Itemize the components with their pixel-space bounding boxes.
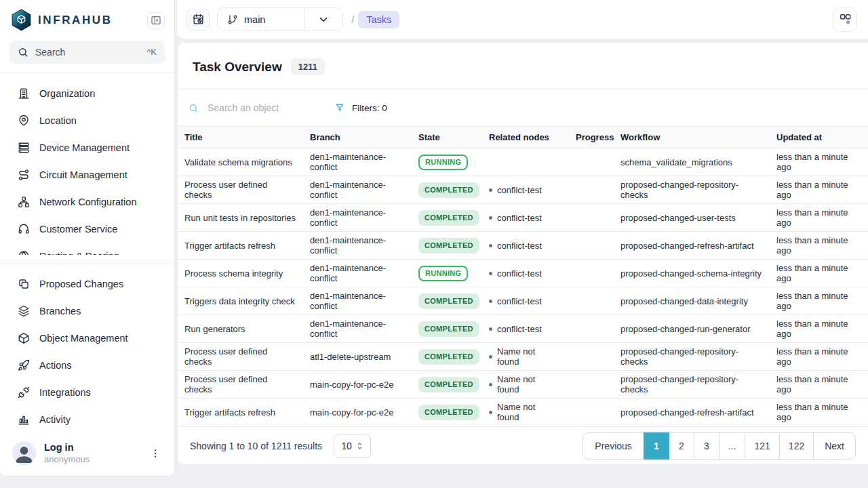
result-count-badge: 1211 [291, 58, 325, 75]
cell-updated-at: less than a minute ago [770, 176, 868, 204]
cell-branch: main-copy-for-pc-e2e [303, 371, 412, 399]
login-label[interactable]: Log in [44, 442, 139, 453]
branch-selector[interactable]: main [217, 7, 343, 31]
column-header-state: State [412, 127, 482, 148]
table-row[interactable]: Run unit tests in repositoriesden1-maint… [178, 204, 868, 232]
node-bullet-icon [489, 383, 492, 386]
cell-related-nodes: conflict-test [482, 287, 569, 315]
table-row[interactable]: Validate schema migrationsden1-maintenan… [178, 148, 868, 176]
table-header: TitleBranchStateRelated nodesProgressWor… [178, 127, 868, 148]
schema-visualizer-button[interactable] [833, 7, 857, 32]
stepper-chevrons-icon [356, 441, 363, 451]
sidebar-item-actions[interactable]: Actions [0, 352, 174, 379]
cell-title: Run generators [178, 315, 303, 343]
time-travel-button[interactable] [186, 9, 210, 30]
table-row[interactable]: Run generatorsden1-maintenance-conflictC… [178, 315, 868, 343]
cell-title: Process user defined checks [178, 343, 303, 371]
table-row[interactable]: Trigger artifacts refreshmain-copy-for-p… [178, 399, 868, 426]
sidebar-item-object-management[interactable]: Object Management [0, 325, 174, 352]
results-summary: Showing 1 to 10 of 1211 results [190, 441, 322, 451]
workflow-name: proposed-changed-data-integrity [620, 296, 748, 306]
cell-progress [569, 371, 614, 399]
brand-name: INFRAHUB [38, 14, 141, 27]
column-header-related-nodes: Related nodes [482, 127, 569, 148]
table-row[interactable]: Trigger artifacts refreshden1-maintenanc… [178, 232, 868, 260]
workflow-name: proposed-changed-repository-checks [620, 374, 763, 394]
cell-progress [569, 260, 614, 287]
cell-title: Trigger artifacts refresh [178, 399, 303, 426]
filters-button[interactable]: Filters: 0 [335, 103, 387, 113]
cell-related-nodes [482, 148, 569, 176]
sidebar-item-label: Proposed Changes [39, 279, 123, 289]
table-row[interactable]: Process user defined checksden1-maintena… [178, 176, 868, 204]
search-icon [189, 103, 199, 113]
table-row[interactable]: Process user defined checksatl1-delete-u… [178, 343, 868, 371]
table-row[interactable]: Process schema integrityden1-maintenance… [178, 260, 868, 287]
pagination-page-2[interactable]: 2 [669, 432, 694, 460]
pagination-page-1[interactable]: 1 [644, 432, 669, 460]
cell-workflow: proposed-changed-data-integrity [614, 287, 770, 315]
filters-label: Filters: 0 [352, 103, 387, 113]
sidebar-item-network-configuration[interactable]: Network Configuration [0, 188, 174, 216]
sidebar-collapse-button[interactable] [147, 12, 165, 29]
map-pin-icon [18, 115, 30, 127]
workflow-name: proposed-changed-run-generator [620, 324, 751, 334]
tasks-table: TitleBranchStateRelated nodesProgressWor… [178, 126, 868, 426]
workflow-name: proposed-changed-repository-checks [620, 180, 763, 200]
sidebar-item-branches[interactable]: Branches [0, 298, 174, 325]
table-row[interactable]: Process user defined checksmain-copy-for… [178, 371, 868, 399]
cell-related-nodes: conflict-test [482, 176, 569, 204]
route-icon [18, 169, 30, 181]
sidebar-item-circuit-management[interactable]: Circuit Management [0, 161, 174, 188]
pagination-next[interactable]: Next [813, 432, 856, 460]
sidebar-item-device-management[interactable]: Device Management [0, 134, 174, 161]
search-shortcut: ^K [146, 47, 157, 57]
cell-state: COMPLETED [412, 343, 482, 371]
pagination-page-3[interactable]: 3 [694, 432, 719, 460]
cell-related-nodes: conflict-test [482, 260, 569, 287]
cell-updated-at: less than a minute ago [770, 399, 868, 426]
cell-related-nodes: conflict-test [482, 204, 569, 232]
building-icon [18, 87, 30, 100]
workflow-icon [839, 13, 852, 26]
pagination-ellipsis[interactable]: ... [719, 432, 746, 460]
account-menu-button[interactable] [147, 445, 163, 462]
cell-title: Process user defined checks [178, 176, 303, 204]
pagination-page-121[interactable]: 121 [745, 432, 779, 460]
search-icon [18, 47, 28, 58]
related-node-label: conflict-test [497, 213, 542, 223]
pagination-previous[interactable]: Previous [583, 432, 644, 460]
branch-dropdown-toggle[interactable] [304, 8, 342, 30]
node-bullet-icon [489, 300, 492, 303]
sidebar-item-proposed-changes[interactable]: Proposed Changes [0, 270, 174, 298]
table-row[interactable]: Triggers data integrity checkden1-mainte… [178, 287, 868, 315]
sidebar-item-location[interactable]: Location [0, 107, 174, 134]
sidebar-item-routing-peering[interactable]: Routing & Peering [0, 243, 174, 255]
cell-state: COMPLETED [412, 176, 482, 204]
breadcrumb-separator: / [351, 14, 354, 25]
state-badge: COMPLETED [418, 321, 479, 337]
sidebar-item-customer-service[interactable]: Customer Service [0, 216, 174, 243]
object-search[interactable] [189, 102, 335, 114]
branch-selector-value[interactable]: main [218, 8, 304, 30]
cell-branch: atl1-delete-upstream [303, 343, 412, 371]
sidebar-item-integrations[interactable]: Integrations [0, 379, 174, 406]
object-search-input[interactable] [206, 102, 315, 114]
sidebar-search[interactable]: Search ^K [9, 41, 165, 64]
calendar-clock-icon [193, 14, 204, 25]
cell-workflow: proposed-changed-refresh-artifact [614, 232, 770, 260]
cell-state: RUNNING [412, 148, 482, 176]
account-section[interactable]: Log in anonymous [0, 434, 174, 476]
related-node-label: conflict-test [497, 268, 542, 279]
breadcrumb-tasks[interactable]: Tasks [358, 11, 399, 28]
sidebar-item-organization[interactable]: Organization [0, 80, 174, 107]
cell-branch: den1-maintenance-conflict [303, 148, 412, 176]
sidebar-item-activity[interactable]: Activity [0, 406, 174, 433]
sidebar-item-label: Branches [39, 306, 81, 317]
cell-progress [569, 176, 614, 204]
cell-state: RUNNING [412, 260, 482, 287]
state-badge: COMPLETED [418, 210, 479, 226]
related-node-label: Name not found [497, 402, 554, 422]
page-size-select[interactable]: 10 [334, 434, 371, 458]
pagination-page-122[interactable]: 122 [779, 432, 814, 460]
